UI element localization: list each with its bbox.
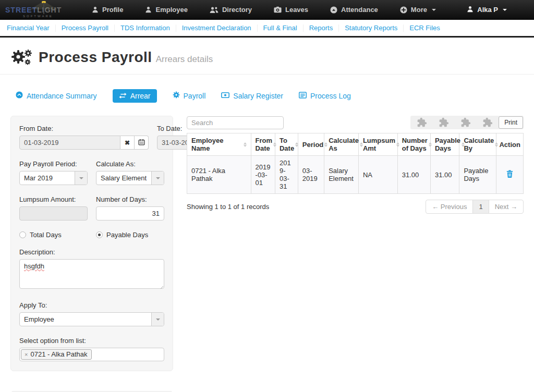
plus-circle-icon [400, 6, 407, 14]
circle-up-icon [16, 91, 23, 100]
col-calculate-as[interactable]: Calculate As [324, 133, 359, 156]
subnav-reports[interactable]: Reports [304, 24, 339, 32]
cell-employee: 0721 - Alka Pathak [187, 156, 251, 194]
nav-item-attendance[interactable]: Attendance [330, 6, 378, 14]
tab-payroll[interactable]: Payroll [173, 91, 206, 100]
search-input[interactable] [187, 116, 284, 129]
gear-icon [173, 91, 180, 100]
col-employee-name[interactable]: Employee Name [187, 133, 251, 156]
col-from-date[interactable]: From Date [251, 133, 275, 156]
employee-multiselect[interactable]: × 0721 - Alka Pathak [19, 348, 164, 361]
tab-attendance-summary[interactable]: Attendance Summary [16, 91, 97, 100]
app-logo[interactable]: STREETLIGHT SOFTWARE [0, 0, 78, 20]
puzzle-icon [439, 117, 449, 128]
logo-subtext: SOFTWARE [5, 15, 78, 18]
col-payable-days[interactable]: Payable Days [430, 133, 459, 156]
from-date-group: ✖ [19, 136, 149, 150]
page-1-button[interactable]: 1 [472, 200, 489, 214]
main-content: From Date: ✖ To Date: ✖ [0, 116, 534, 392]
pay-period-select[interactable]: Mar 2019 [19, 171, 88, 185]
top-navbar: STREETLIGHT SOFTWARE Profile Employee Di… [0, 0, 534, 20]
sort-icon [495, 142, 498, 147]
circle-caret-up-icon [330, 6, 337, 14]
apply-to-select[interactable]: Employee [19, 312, 164, 326]
description-label: Description: [19, 248, 164, 256]
person-icon [92, 6, 99, 14]
tab-process-log[interactable]: Process Log [299, 92, 351, 100]
page-header: Process Payroll Arrears details [0, 38, 534, 75]
sort-icon [273, 142, 276, 147]
tab-arrear[interactable]: Arrear [113, 89, 157, 103]
next-page-button[interactable]: Next → [489, 200, 524, 214]
subnav-ecr-files[interactable]: ECR Files [404, 24, 446, 32]
calculate-as-select[interactable]: Salary Element [96, 171, 164, 185]
lumpsum-input[interactable] [19, 206, 88, 220]
selected-employee-chip: × 0721 - Alka Pathak [21, 349, 92, 360]
chevron-down-icon [503, 9, 507, 11]
from-date-calendar-button[interactable] [135, 136, 149, 150]
chip-remove-icon[interactable]: × [25, 351, 28, 358]
export-csv-button[interactable] [433, 116, 455, 129]
col-calculate-by[interactable]: Calculate By [459, 133, 496, 156]
nav-item-leaves[interactable]: Leaves [274, 6, 308, 14]
sort-icon [324, 142, 327, 147]
col-number-of-days[interactable]: Number of Days [397, 133, 430, 156]
cell-days: 31.00 [397, 156, 430, 194]
person-icon [467, 5, 474, 15]
puzzle-icon [417, 117, 427, 128]
process-tabs: Attendance Summary Arrear Payroll Salary… [16, 88, 534, 103]
export-excel-button[interactable] [455, 116, 477, 129]
from-date-input[interactable] [19, 136, 120, 150]
export-pdf-button[interactable] [477, 116, 499, 129]
cell-to-date: 2019-03-31 [275, 156, 298, 194]
nav-item-more[interactable]: More [400, 6, 436, 14]
print-button[interactable]: Print [499, 116, 523, 129]
exchange-arrows-icon [119, 92, 127, 100]
streetlight-pole-icon [43, 3, 44, 14]
from-date-label: From Date: [19, 125, 149, 132]
subnav-statutory-reports[interactable]: Statutory Reports [339, 24, 404, 32]
page-subtitle: Arrears details [156, 54, 213, 65]
col-to-date[interactable]: To Date [275, 133, 298, 156]
col-lumpsum-amt[interactable]: Lumpsum Amt [358, 133, 397, 156]
chevron-down-icon [151, 172, 164, 185]
arrear-form-column: From Date: ✖ To Date: ✖ [10, 116, 173, 392]
sort-icon [244, 142, 247, 147]
days-input[interactable] [96, 206, 164, 220]
description-textarea[interactable]: hsgfdh [19, 259, 164, 289]
chevron-down-icon [75, 172, 87, 185]
subnav-full-final[interactable]: Full & Final [258, 24, 304, 32]
tab-salary-register[interactable]: Salary Register [221, 92, 283, 100]
lumpsum-label: Lumpsum Amount: [19, 195, 88, 203]
days-radio-group: Total Days Payable Days [19, 231, 164, 239]
chevron-down-icon [432, 9, 436, 11]
previous-page-button[interactable]: ← Previous [426, 200, 473, 214]
payable-days-radio[interactable]: Payable Days [96, 231, 164, 239]
trash-icon [506, 170, 513, 178]
x-icon: ✖ [125, 139, 130, 146]
grid-footer: Showing 1 to 1 of 1 records ← Previous 1… [187, 200, 524, 214]
total-days-radio[interactable]: Total Days [19, 231, 88, 239]
nav-item-profile[interactable]: Profile [92, 6, 123, 14]
apply-to-label: Apply To: [19, 301, 164, 309]
from-date-clear-button[interactable]: ✖ [120, 136, 135, 150]
pagination: ← Previous 1 Next → [426, 200, 524, 214]
col-action: Action [496, 133, 524, 156]
arrears-table: Employee Name From Date To Date Period C… [187, 133, 524, 194]
cell-calculate-by: Payable Days [459, 156, 496, 194]
nav-item-directory[interactable]: Directory [210, 6, 252, 14]
calculate-as-label: Calculate As: [96, 160, 164, 168]
subnav-process-payroll[interactable]: Process Payroll [56, 24, 115, 32]
navbar-menu: Profile Employee Directory Leaves Attend… [92, 6, 436, 14]
export-copy-button[interactable] [411, 116, 433, 129]
delete-row-button[interactable] [506, 170, 513, 179]
subnav-investment-declaration[interactable]: Investment Declaration [176, 24, 258, 32]
select-list-label: Select option from list: [19, 337, 164, 345]
subnav-financial-year[interactable]: Financial Year [1, 24, 56, 32]
col-period[interactable]: Period [298, 133, 324, 156]
radio-icon [96, 231, 103, 238]
cell-payable: 31.00 [430, 156, 459, 194]
subnav-tds-information[interactable]: TDS Information [115, 24, 176, 32]
user-menu[interactable]: Alka P [467, 5, 507, 15]
nav-item-employee[interactable]: Employee [145, 6, 187, 14]
